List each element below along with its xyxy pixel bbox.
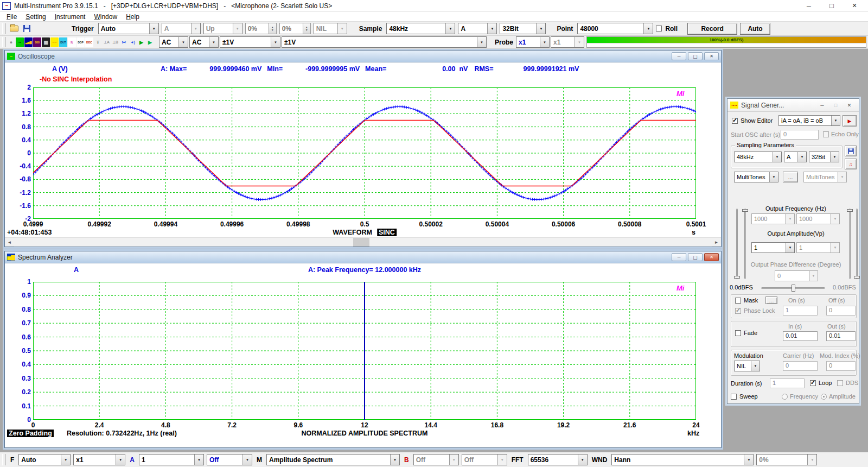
close-icon[interactable] <box>704 52 719 60</box>
slider-handle[interactable] <box>854 276 860 279</box>
range-b-select[interactable]: ±1V <box>282 36 487 48</box>
range-a-select[interactable]: ±1V <box>220 36 280 48</box>
slider-handle[interactable] <box>742 209 748 212</box>
trigger-mode-select[interactable]: Auto <box>98 23 159 34</box>
roll-checkbox[interactable] <box>656 26 662 31</box>
scrollbar-thumb[interactable] <box>353 238 369 247</box>
device-test-plan-icon[interactable]: DUT <box>59 37 67 47</box>
waveform-a-select[interactable]: MultiTones <box>734 172 778 182</box>
generator-rate-select[interactable]: 48kHz <box>734 152 782 162</box>
menu-help[interactable]: Help <box>122 13 144 21</box>
amplitude-slider-a-outer[interactable] <box>736 209 738 279</box>
probe-b-select[interactable]: x1 <box>551 36 584 48</box>
waveform-more-button[interactable]: ... <box>783 172 798 182</box>
sound-input-icon[interactable]: Ŧ <box>94 37 102 47</box>
spectrum-title-bar[interactable]: ▅▇ Spectrum Analyzer <box>5 251 721 263</box>
minimize-icon[interactable] <box>797 1 820 11</box>
record-button[interactable]: Record <box>687 23 737 35</box>
oscilloscope-title-bar[interactable]: ~ Oscilloscope <box>5 51 721 62</box>
fade-in-input[interactable]: 0.01 <box>783 331 818 341</box>
echo-only-checkbox[interactable] <box>823 131 829 137</box>
calibration-icon[interactable]: ✂ <box>120 37 128 47</box>
menu-setting[interactable]: Setting <box>21 13 50 21</box>
menu-window[interactable]: Window <box>90 13 122 21</box>
trigger-edge-select[interactable]: Up <box>203 23 242 34</box>
gain-a-select[interactable]: 1 <box>139 454 204 465</box>
window-function-select[interactable]: Hann <box>611 454 754 465</box>
multimeter-icon[interactable]: 888 <box>33 37 41 47</box>
waveform-scrollbar[interactable]: ◄ ► <box>5 237 721 246</box>
trigger-delay-spinner[interactable]: 0% <box>279 23 311 34</box>
coupling-b-select[interactable]: AC <box>189 36 219 48</box>
zero-padding-badge[interactable]: Zero Padding <box>7 430 54 437</box>
carrier-input[interactable]: 0 <box>783 361 818 371</box>
toolbar-grip[interactable] <box>2 23 4 34</box>
data-logger-icon[interactable]: ▦ <box>42 37 50 47</box>
reference-a-icon[interactable]: ⊥A <box>103 37 111 47</box>
save-file-icon[interactable] <box>23 25 30 32</box>
gain-b-select[interactable]: Off <box>413 454 459 465</box>
phase-difference-select[interactable]: 0 <box>775 270 818 281</box>
spectrum-analyzer-icon[interactable]: ▃▅▇ <box>24 37 33 47</box>
generator-play-icon[interactable]: ▶ <box>843 115 857 127</box>
frequency-range-select[interactable]: Auto <box>18 454 71 465</box>
fade-checkbox[interactable] <box>735 330 741 336</box>
amplitude-a-select[interactable]: 1 <box>751 242 795 253</box>
restore-icon[interactable] <box>688 253 703 261</box>
toolbar-grip[interactable] <box>2 454 4 466</box>
processing-b-select[interactable]: Off <box>462 454 507 465</box>
close-icon[interactable] <box>704 253 719 261</box>
ddp-viewer-icon[interactable]: DDP <box>76 37 85 47</box>
minimize-icon[interactable] <box>672 253 686 261</box>
sweep-amplitude-radio[interactable] <box>821 394 827 400</box>
ddc-icon[interactable]: DDC <box>85 37 93 47</box>
toolbar-grip[interactable] <box>2 37 4 47</box>
amplitude-slider-a-inner[interactable] <box>744 209 746 279</box>
scroll-right-icon[interactable]: ► <box>712 238 721 247</box>
mask-checkbox[interactable] <box>735 298 741 304</box>
show-editor-checkbox[interactable] <box>732 118 738 124</box>
processing-a-select[interactable]: Off <box>207 454 252 465</box>
signal-generator-icon[interactable]: ~~ <box>50 37 59 47</box>
auto-button[interactable]: Auto <box>740 23 770 35</box>
balance-slider[interactable] <box>761 287 825 289</box>
start-osc-input[interactable]: 0 <box>781 130 819 140</box>
scroll-left-icon[interactable]: ◄ <box>5 238 14 247</box>
phase-lock-checkbox[interactable] <box>735 308 741 314</box>
amplitude-slider-b-inner[interactable] <box>849 209 851 279</box>
music-note-icon[interactable]: ♫ <box>845 159 857 169</box>
measurement-mode-select[interactable]: Amplitude Spectrum <box>266 454 400 465</box>
sample-channel-select[interactable]: A <box>458 23 497 34</box>
routing-select[interactable]: iA = oA, iB = oB <box>778 115 840 126</box>
trigger-source-select[interactable]: A <box>162 23 201 34</box>
run-icon[interactable]: ▶ <box>137 37 145 47</box>
menu-file[interactable]: File <box>2 13 21 21</box>
sample-rate-select[interactable]: 48kHz <box>386 23 455 34</box>
sample-bits-select[interactable]: 32Bit <box>500 23 546 34</box>
run-output-icon[interactable]: ▶ <box>146 37 154 47</box>
loop-checkbox[interactable] <box>810 380 816 386</box>
open-file-icon[interactable] <box>10 26 18 31</box>
minimize-icon[interactable] <box>672 52 686 60</box>
mask-off-input[interactable]: 0 <box>826 306 856 315</box>
point-count-select[interactable]: 48000 <box>577 23 653 34</box>
maximize-icon[interactable] <box>820 1 843 11</box>
slider-handle[interactable] <box>847 209 853 212</box>
modulation-select[interactable]: NIL <box>734 361 760 371</box>
spectrum-3d-plot-icon[interactable]: ≈ <box>68 37 76 47</box>
signal-generator-title-bar[interactable]: ~~ Signal Gener... ─ □ ✕ <box>727 99 859 112</box>
sweep-checkbox[interactable] <box>731 394 737 400</box>
duration-input[interactable]: 1 <box>770 378 805 388</box>
close-icon[interactable]: ✕ <box>843 100 856 110</box>
frequency-a-select[interactable]: 1000 <box>751 213 795 224</box>
amplitude-slider-b-outer[interactable] <box>856 209 858 279</box>
restore-icon[interactable] <box>688 52 703 60</box>
sinc-badge[interactable]: SINC <box>377 229 397 236</box>
slider-handle[interactable] <box>792 285 795 292</box>
reference-b-icon[interactable]: ⊥B <box>111 37 119 47</box>
mask-more-button[interactable]: ... <box>765 296 777 304</box>
frequency-mult-select[interactable]: x1 <box>73 454 125 465</box>
maximize-icon[interactable]: □ <box>829 100 843 110</box>
record-standby-icon[interactable]: ● <box>7 37 15 47</box>
amplitude-b-select[interactable]: 1 <box>796 242 840 253</box>
